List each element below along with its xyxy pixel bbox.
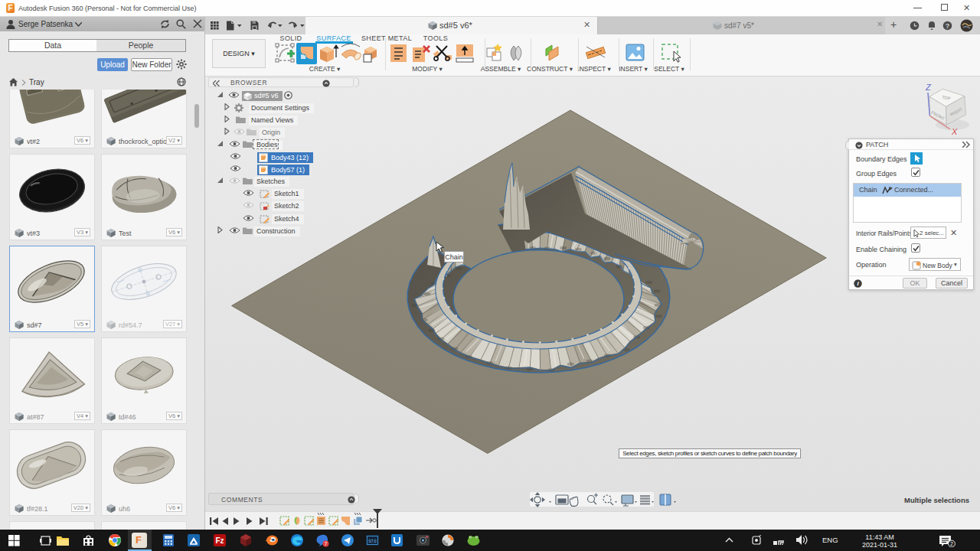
svg-text:7: 7: [325, 541, 328, 546]
svg-text:Z: Z: [925, 83, 932, 92]
svg-text:S7.0: S7.0: [368, 539, 377, 543]
svg-text:2: 2: [950, 541, 953, 546]
svg-text:X: X: [951, 127, 958, 136]
svg-text:Fz: Fz: [215, 536, 224, 545]
